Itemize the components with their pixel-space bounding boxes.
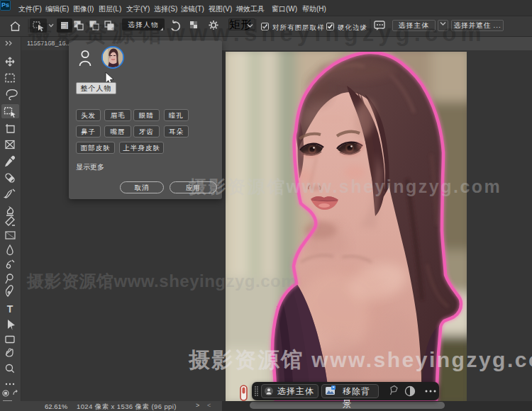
svg-text:T: T [7, 303, 13, 315]
